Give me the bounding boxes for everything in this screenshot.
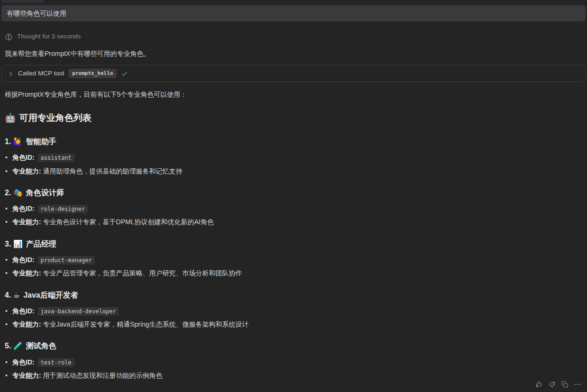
clipped-element-top: [1, 0, 44, 3]
role-id-code: java-backend-developer: [38, 307, 119, 316]
chevron-right-icon: [8, 71, 14, 77]
role-id-code: test-role: [38, 358, 74, 367]
roles-list-heading: 🤖可用专业角色列表: [5, 111, 582, 125]
thumbs-up-button[interactable]: [533, 379, 545, 390]
role-heading-test-role: 5. 🧪测试角色: [5, 340, 582, 351]
role-heading-assistant: 1. 🙋‍♀️智能助手: [5, 136, 582, 147]
mcp-tool-call[interactable]: Called MCP tool promptx_hello: [1, 65, 586, 82]
role-heading-product-manager: 3. 📊产品经理: [5, 238, 582, 249]
test-tube-icon: 🧪: [13, 342, 23, 350]
role-ability-item: 专业能力: 专业产品管理专家，负责产品策略、用户研究、市场分析和团队协作: [5, 268, 582, 278]
role-details-java-backend: 角色ID: java-backend-developer 专业能力: 专业Jav…: [0, 306, 587, 329]
role-id-item: 角色ID: assistant: [5, 153, 582, 162]
more-button[interactable]: [572, 379, 583, 390]
masks-icon: 🎭: [13, 189, 23, 197]
role-ability-item: 专业能力: 专业角色设计专家，基于DPML协议创建和优化新的AI角色: [5, 217, 582, 227]
tool-name-badge: promptx_hello: [68, 69, 117, 78]
message-actions: [533, 379, 583, 390]
role-details-test-role: 角色ID: test-role 专业能力: 用于测试动态发现和注册功能的示例角色: [0, 357, 587, 381]
thought-label: Thought for 3 seconds: [17, 32, 81, 41]
raising-hand-icon: 🙋‍♀️: [13, 137, 23, 146]
check-icon: [121, 70, 128, 77]
copy-icon: [561, 381, 569, 388]
role-id-item: 角色ID: java-backend-developer: [5, 306, 582, 316]
thought-summary[interactable]: Thought for 3 seconds: [5, 32, 582, 41]
thumbs-down-icon: [548, 381, 556, 388]
role-ability-item: 专业能力: 用于测试动态发现和注册功能的示例角色: [5, 371, 582, 380]
coffee-icon: ☕: [13, 291, 20, 299]
more-icon: [574, 381, 581, 388]
thumbs-down-button[interactable]: [546, 379, 558, 390]
assistant-intro: 我来帮您查看PromptX中有哪些可用的专业角色。: [5, 49, 582, 58]
role-id-item: 角色ID: role-designer: [5, 204, 582, 213]
tool-call-label: Called MCP tool: [18, 69, 64, 78]
role-id-code: product-manager: [38, 256, 95, 264]
role-details-role-designer: 角色ID: role-designer 专业能力: 专业角色设计专家，基于DPM…: [0, 204, 587, 227]
thumbs-up-icon: [535, 381, 543, 388]
bar-chart-icon: 📊: [13, 240, 23, 248]
brain-icon: [5, 33, 13, 41]
role-heading-role-designer: 2. 🎭角色设计师: [5, 187, 582, 198]
role-details-assistant: 角色ID: assistant 专业能力: 通用助理角色，提供基础的助理服务和记…: [0, 153, 587, 176]
role-id-item: 角色ID: product-manager: [5, 255, 582, 264]
role-heading-java-backend: 4. ☕Java后端开发者: [5, 290, 582, 301]
user-message-text: 有哪些角色可以使用: [7, 9, 66, 17]
role-ability-item: 专业能力: 专业Java后端开发专家，精通Spring生态系统、微服务架构和系统…: [5, 319, 582, 329]
role-id-code: role-designer: [38, 205, 88, 213]
assistant-summary: 根据PromptX专业角色库，目前有以下5个专业角色可以使用：: [5, 90, 582, 99]
role-id-code: assistant: [38, 154, 74, 162]
user-message[interactable]: 有哪些角色可以使用: [1, 5, 586, 21]
role-id-item: 角色ID: test-role: [5, 357, 582, 367]
robot-icon: 🤖: [5, 113, 16, 123]
role-details-product-manager: 角色ID: product-manager 专业能力: 专业产品管理专家，负责产…: [0, 255, 587, 278]
copy-button[interactable]: [559, 379, 570, 390]
role-ability-item: 专业能力: 通用助理角色，提供基础的助理服务和记忆支持: [5, 166, 582, 176]
